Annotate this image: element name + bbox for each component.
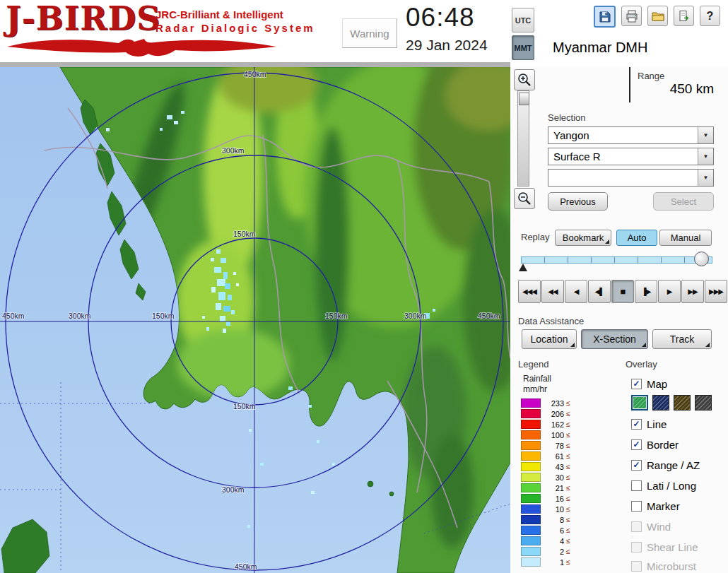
forward-button[interactable]: ▶▶ bbox=[681, 280, 704, 303]
range-label: 450km bbox=[2, 312, 25, 320]
save-icon bbox=[598, 10, 612, 24]
overlay-item-range-az[interactable]: ✓ Range / AZ bbox=[631, 457, 700, 473]
checkbox-unchecked[interactable] bbox=[631, 501, 642, 512]
playback-controls: ◀◀◀ ◀◀ ◀ ◀▌ ■ ▐▶ ▶ ▶▶ ▶▶▶ bbox=[518, 280, 727, 303]
legend-swatch bbox=[521, 515, 541, 524]
eagle-icon bbox=[6, 37, 278, 59]
range-label: 450km bbox=[478, 312, 500, 320]
zoom-out-button[interactable] bbox=[514, 188, 535, 209]
legend-row: 10≤ bbox=[518, 504, 570, 514]
range-label: 300km bbox=[222, 485, 245, 494]
zoom-slider[interactable] bbox=[517, 90, 529, 187]
export-icon bbox=[677, 9, 691, 23]
bookmark-button[interactable]: Bookmark bbox=[555, 230, 611, 246]
clock-time: 06:48 bbox=[406, 3, 475, 33]
x-section-button[interactable]: X-Section bbox=[581, 329, 648, 349]
warning-indicator[interactable]: Warning bbox=[342, 18, 397, 48]
help-icon: ? bbox=[707, 10, 714, 23]
option-dropdown[interactable]: ▼ bbox=[548, 169, 714, 187]
overlay-item-marker[interactable]: Marker bbox=[631, 498, 680, 514]
legend-row: 4≤ bbox=[518, 536, 570, 546]
zoom-in-button[interactable] bbox=[514, 69, 535, 90]
legend-swatch bbox=[521, 462, 541, 471]
legend-swatch bbox=[521, 504, 541, 514]
play-reverse-button[interactable]: ◀ bbox=[565, 280, 587, 303]
site-dropdown[interactable]: Yangon ▼ bbox=[548, 126, 714, 144]
forward-fast-button[interactable]: ▶▶▶ bbox=[705, 280, 727, 303]
legend-unit-line1: Rainfall bbox=[523, 374, 551, 384]
app-logo: J-BIRDS JRC-Brilliant & Intelligent Rada… bbox=[6, 1, 288, 64]
legend-swatch bbox=[521, 483, 541, 492]
checkbox-checked[interactable]: ✓ bbox=[631, 419, 642, 430]
zoom-slider-thumb[interactable] bbox=[519, 93, 529, 105]
stop-button[interactable]: ■ bbox=[611, 280, 634, 303]
chevron-down-icon[interactable]: ▼ bbox=[698, 127, 713, 143]
rewind-button[interactable]: ◀◀ bbox=[541, 280, 564, 303]
help-button[interactable]: ? bbox=[700, 6, 720, 26]
legend-row: 233≤ bbox=[518, 398, 570, 408]
chevron-down-icon[interactable]: ▼ bbox=[698, 148, 713, 165]
product-dropdown[interactable]: Surface R ▼ bbox=[548, 148, 714, 165]
overlay-item-map[interactable]: ✓ Map bbox=[631, 376, 667, 391]
range-label: 150km bbox=[233, 230, 256, 238]
timezone-mmt-button[interactable]: MMT bbox=[512, 35, 534, 60]
legend-row: 1≤ bbox=[518, 557, 570, 567]
print-button[interactable] bbox=[621, 6, 642, 26]
legend-swatch bbox=[521, 420, 541, 429]
export-button[interactable] bbox=[674, 6, 694, 26]
step-back-button[interactable]: ◀▌ bbox=[588, 280, 611, 303]
legend-row: 78≤ bbox=[518, 440, 570, 451]
overlay-item-lati-long[interactable]: Lati / Long bbox=[631, 478, 696, 493]
location-button[interactable]: Location bbox=[522, 329, 577, 349]
overlay-item-microburst: Microburst bbox=[631, 558, 696, 573]
select-button[interactable]: Select bbox=[653, 192, 714, 211]
replay-auto-button[interactable]: Auto bbox=[616, 230, 657, 246]
zoom-in-icon bbox=[517, 72, 532, 88]
legend-row: 61≤ bbox=[518, 451, 570, 461]
map-style-green[interactable] bbox=[631, 395, 648, 410]
timeline-knob[interactable] bbox=[694, 252, 709, 266]
range-label: Range bbox=[638, 71, 664, 81]
clock-date: 29 Jan 2024 bbox=[406, 37, 488, 54]
jbirds-window: J-BIRDS JRC-Brilliant & Intelligent Rada… bbox=[0, 0, 728, 573]
save-button[interactable] bbox=[594, 6, 616, 28]
play-button[interactable]: ▶ bbox=[658, 280, 681, 303]
replay-timeline-slider[interactable] bbox=[521, 256, 712, 264]
legend-row: 43≤ bbox=[518, 461, 570, 472]
logo-title: J-BIRDS bbox=[6, 1, 161, 35]
selection-label: Selection bbox=[548, 112, 585, 123]
range-label: 150km bbox=[152, 312, 175, 320]
overlay-item-line[interactable]: ✓ Line bbox=[631, 416, 667, 432]
legend-row: 6≤ bbox=[518, 525, 570, 536]
rainfall-legend: 233≤ 206≤ 162≤ 100≤ 78≤ 61≤ 43≤ 30≤ 21≤ … bbox=[518, 398, 570, 567]
radar-map-canvas: 450km 300km 150km 150km 300km 450km 450k… bbox=[0, 67, 510, 573]
checkbox-disabled bbox=[631, 561, 642, 572]
legend-swatch bbox=[521, 441, 541, 450]
legend-swatch bbox=[521, 557, 541, 567]
checkbox-unchecked[interactable] bbox=[631, 480, 642, 491]
map-style-dark-gray[interactable] bbox=[695, 395, 712, 410]
overlay-item-shear-line: Shear Line bbox=[631, 539, 698, 555]
checkbox-checked[interactable]: ✓ bbox=[631, 379, 642, 389]
step-forward-button[interactable]: ▐▶ bbox=[635, 280, 657, 303]
checkbox-checked[interactable]: ✓ bbox=[631, 439, 642, 450]
open-folder-button[interactable] bbox=[647, 6, 668, 26]
map-style-dark-blue[interactable] bbox=[652, 395, 669, 410]
timeline-start-marker bbox=[519, 264, 527, 271]
replay-manual-button[interactable]: Manual bbox=[659, 230, 712, 246]
timezone-utc-button[interactable]: UTC bbox=[512, 8, 534, 33]
product-dropdown-value: Surface R bbox=[553, 150, 601, 163]
overlay-item-border[interactable]: ✓ Border bbox=[631, 437, 679, 452]
station-name: Myanmar DMH bbox=[553, 40, 647, 56]
range-value: 450 km bbox=[670, 81, 714, 97]
map-style-dark-olive[interactable] bbox=[674, 395, 691, 410]
legend-label: Legend bbox=[518, 359, 548, 370]
previous-button[interactable]: Previous bbox=[548, 192, 608, 211]
legend-swatch bbox=[521, 409, 541, 418]
rewind-fast-button[interactable]: ◀◀◀ bbox=[518, 280, 541, 303]
chevron-down-icon[interactable]: ▼ bbox=[698, 170, 713, 186]
track-button[interactable]: Track bbox=[652, 329, 712, 349]
checkbox-checked[interactable]: ✓ bbox=[631, 460, 642, 471]
legend-row: 16≤ bbox=[518, 493, 570, 504]
radar-map[interactable]: 450km 300km 150km 150km 300km 450km 450k… bbox=[0, 67, 510, 573]
